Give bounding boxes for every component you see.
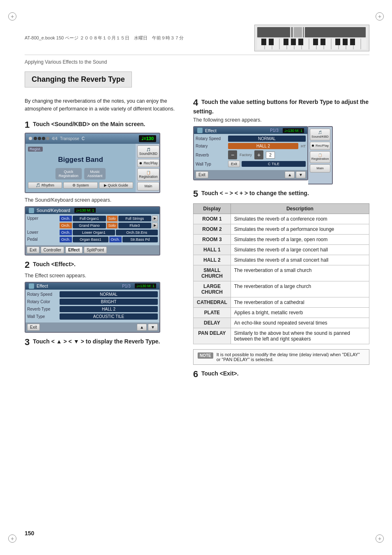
e2-wall-label: Wall Typ	[196, 162, 226, 166]
main-heading: Changing the Reverb Type	[32, 75, 125, 84]
tempo-box: ♩=130 M: 1	[74, 208, 96, 213]
rotary-speed-label: Rotary Speed	[27, 292, 58, 297]
lower-left-val: Lower Organ1	[73, 230, 115, 235]
sound-icon	[29, 208, 34, 213]
page-number: 150	[25, 530, 34, 537]
display-cell: ROOM 2	[194, 224, 231, 235]
svg-rect-2	[294, 27, 302, 37]
exit-btn3[interactable]: Exit	[196, 171, 208, 178]
wall-exit-btn[interactable]: Exit	[228, 161, 240, 167]
nav-down-btn2[interactable]: ▼	[296, 171, 306, 178]
nav-up-btn2[interactable]: ▲	[285, 171, 295, 178]
reverb-type-label: Reverb Type	[27, 307, 58, 311]
svg-rect-27	[335, 39, 340, 45]
sound-kbd-btn[interactable]: 🎵 Sound/KBD	[137, 145, 159, 158]
reverb-plus-btn[interactable]: +	[254, 150, 263, 159]
description-cell: An echo-like sound repeated several time…	[231, 318, 369, 328]
controller-btn[interactable]: Controller	[41, 246, 64, 253]
upper-arrow[interactable]: ▶	[152, 216, 158, 221]
description-cell: Similarly to the above but where the sou…	[231, 328, 369, 344]
e2-ht-label: HT	[301, 144, 306, 148]
registration-btn[interactable]: 📋 Registration	[137, 168, 159, 181]
screen-title: Sound/Keyboard	[37, 208, 70, 213]
tempo-display: ♩=130	[139, 135, 156, 142]
lower-right-val: Orch.Str.Ens	[116, 230, 158, 235]
sound-kbd-screen: Sound/Keyboard ♩=130 M: 1 Upper Orch. Fu…	[25, 206, 160, 256]
table-row: CATHEDRALThe reverberation of a cathedra…	[194, 297, 369, 308]
rec-play-btn[interactable]: ⏺ Rec/Play	[137, 159, 159, 167]
indicator-dot	[42, 137, 45, 140]
effect-icon2	[197, 128, 203, 133]
indicator-dot	[34, 137, 37, 140]
effect2-tempo: ♩=130 M: 1	[283, 128, 304, 133]
quick-registration-btn[interactable]: QuickRegistration	[55, 168, 82, 180]
indicator-dot	[38, 137, 41, 140]
table-row: HALL 2Simulates the reverb of a small co…	[194, 255, 369, 265]
upper-left-val: Full Organ1	[73, 216, 106, 221]
description-cell: Simulates the reverb of a conference roo…	[231, 214, 369, 224]
svg-rect-4	[305, 27, 366, 37]
section-title: Applying Various Effects to the Sound	[25, 59, 369, 65]
e2-rotary-val: HALL 2	[228, 143, 298, 149]
pedal-right-val: Str.Bass Pd	[122, 237, 158, 242]
quick-guide-btn[interactable]: ▶ Quick Guide	[99, 182, 133, 189]
note-text: It is not possible to modify the delay t…	[217, 352, 365, 362]
svg-rect-23	[291, 39, 296, 45]
step-1-sub: The Sound/Keyboard screen appears.	[25, 197, 181, 203]
side-sound-kbd-btn[interactable]: 🎵 Sound/KBD	[310, 129, 330, 140]
display-cell: CATHEDRAL	[194, 297, 231, 308]
table-row: ROOM 3Simulates the reverb of a large, o…	[194, 235, 369, 245]
main-screen-mockup: 4/4 Transpose C ♩=130 Regist. Biggest Ba…	[25, 133, 160, 193]
nav-up-btn[interactable]: ▲	[137, 324, 147, 331]
effect-btn[interactable]: Effect	[65, 246, 83, 253]
description-cell: Simulates the reverb of a performance lo…	[231, 224, 369, 235]
lower-orch-tag: Orch.	[60, 230, 72, 235]
effect-screen-title: Effect	[37, 283, 48, 288]
splitpoint-btn[interactable]: SplitPoint	[84, 246, 107, 253]
system-btn[interactable]: ⚙ System	[63, 182, 97, 189]
reverb-num: 2	[266, 152, 275, 159]
band-name: Biggest Band	[28, 153, 133, 166]
exit-btn[interactable]: Exit	[27, 246, 39, 253]
header-path: AT-800_e.book 150 ページ ２００８年１０月１５日 水曜日 午前…	[25, 35, 184, 41]
upper-right-val: Full Strings	[118, 216, 151, 221]
effect-screen-2-wrapper: Effect P1/3 ♩=130 M: 1 Rotary Speed NORM…	[193, 126, 333, 184]
main-btn[interactable]: Main	[137, 182, 159, 190]
rhythm-btn[interactable]: 🎵 Rhythm	[28, 182, 62, 189]
table-row: HALL 1Simulates the reverb of a large co…	[194, 245, 369, 255]
reverb-minus-btn[interactable]: −	[228, 150, 237, 159]
svg-rect-24	[298, 39, 303, 45]
table-row: SMALL CHURCHThe reverberation of a small…	[194, 265, 369, 281]
solo-tag2: Solo	[107, 223, 118, 228]
step-4-text: Touch the value setting buttons for Reve…	[193, 99, 369, 115]
table-row: PLATEApplies a bright, metallic reverb	[194, 308, 369, 318]
side-rec-play-btn[interactable]: ⏺ Rec/Play	[310, 142, 330, 150]
step-5: 5 Touch < − > < + > to change the settin…	[193, 189, 369, 365]
nav-down-btn[interactable]: ▼	[148, 324, 158, 331]
upper-label: Upper	[27, 216, 58, 221]
step-4: 4 Touch the value setting buttons for Re…	[193, 97, 369, 184]
page-indicator: P1/3	[122, 284, 131, 288]
effect-icon	[29, 283, 34, 289]
step-6: 6 Touch <Exit>.	[193, 369, 369, 380]
side-registration-btn[interactable]: 📋 Registration	[310, 151, 330, 163]
effect2-title: Effect	[205, 128, 217, 133]
music-assistant-btn[interactable]: MusicAssistant	[84, 168, 106, 180]
side-main-btn[interactable]: Main	[310, 164, 330, 173]
svg-rect-0	[257, 27, 290, 37]
upper-orch-tag: Orch.	[60, 216, 72, 221]
step-2-sub: The Effect screen appears.	[25, 273, 181, 279]
settings-table: Display Description ROOM 1Simulates the …	[193, 203, 369, 344]
effect-tempo: ♩=130 M: 1	[135, 283, 156, 288]
svg-rect-20	[261, 39, 266, 45]
factory-label: Factory	[240, 153, 252, 157]
display-cell: ROOM 3	[194, 235, 231, 245]
step-1-text: Touch <Sound/KBD> on the Main screen.	[33, 121, 145, 127]
reg-mark-br	[376, 534, 384, 543]
upper-arrow2[interactable]: ▶	[152, 223, 158, 228]
transpose-label: Transpose	[60, 136, 79, 141]
reg-mark-tr	[376, 12, 384, 21]
exit-btn2[interactable]: Exit	[27, 324, 40, 331]
display-cell: DELAY	[194, 318, 231, 328]
pedal-orch-tag2: Orch.	[109, 237, 122, 242]
